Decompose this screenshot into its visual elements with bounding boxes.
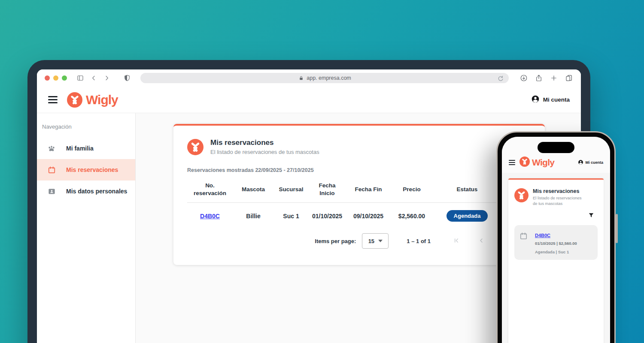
account-icon [578, 159, 583, 166]
sidebar-item-mis-reservaciones[interactable]: Mis reservaciones [37, 159, 135, 181]
reservations-card: Mis reservaciones El listado de reservac… [508, 178, 604, 343]
tabs-icon[interactable] [565, 74, 573, 82]
account-icon [531, 95, 540, 105]
download-icon[interactable] [519, 74, 528, 82]
phone-side-button [616, 214, 618, 243]
column-header: Sucursal [274, 186, 308, 193]
sidebar-panel-icon[interactable] [76, 74, 85, 82]
items-per-page-label: Items per page: [315, 238, 356, 244]
first-page-icon[interactable] [453, 237, 460, 245]
table-header-row: No. reservación Mascota Sucursal Fecha I… [187, 176, 531, 203]
calendar-icon [47, 165, 56, 174]
reservation-details: 01/10/2025 | $2,560.00 [535, 241, 592, 246]
shield-icon[interactable] [123, 74, 131, 82]
reservation-list-item[interactable]: D4B0C 01/10/2025 | $2,560.00 Agendada | … [514, 225, 598, 260]
account-button[interactable]: Mi cuenta [531, 95, 570, 105]
menu-icon[interactable] [509, 160, 515, 165]
address-bar[interactable]: app. empresa.com [140, 73, 509, 83]
cell-fecha-inicio: 01/10/2025 [308, 213, 346, 220]
status-badge: Agendada [447, 210, 488, 222]
wigly-logo-icon [187, 139, 204, 155]
reload-icon[interactable] [496, 74, 505, 83]
menu-icon[interactable] [48, 96, 58, 103]
page-title: Mis reservaciones [533, 188, 582, 194]
column-header: Precio [391, 186, 433, 193]
lock-icon [298, 75, 304, 81]
minimize-window-icon[interactable] [53, 75, 58, 81]
table-row: D4B0C Billie Suc 1 01/10/2025 09/10/2025… [187, 203, 531, 229]
sidebar-item-label: Mi familia [66, 145, 94, 152]
reservation-link[interactable]: D4B0C [535, 233, 550, 238]
pagination: Items per page: 15 1 – 1 of 1 [187, 233, 531, 249]
reservations-card: Mis reservaciones El listado de reservac… [173, 124, 545, 265]
page-range-label: 1 – 1 of 1 [407, 238, 431, 244]
browser-toolbar: app. empresa.com [37, 69, 581, 87]
reservations-table: No. reservación Mascota Sucursal Fecha I… [187, 176, 531, 229]
column-header: Fecha Fin [346, 186, 391, 193]
page-subtitle-line1: El listado de reservaciones [533, 196, 582, 201]
filter-icon [588, 212, 594, 220]
column-header: No. reservación [187, 182, 233, 197]
cell-precio: $2,560.00 [391, 213, 433, 220]
cell-fecha-fin: 09/10/2025 [346, 213, 391, 220]
close-window-icon[interactable] [45, 75, 50, 81]
page-title: Mis reservaciones [210, 138, 319, 147]
page-size-select[interactable]: 15 [362, 233, 389, 249]
reservation-status: Agendada | Suc 1 [535, 250, 592, 254]
account-label: Mi cuenta [585, 160, 603, 165]
date-range-label: Reservaciones mostradas 22/09/2025 - 27/… [187, 167, 531, 173]
dynamic-island [538, 142, 574, 153]
sidebar-item-label: Mis reservaciones [66, 166, 118, 173]
sidebar-item-label: Mis datos personales [66, 188, 127, 195]
column-header: Estatus [433, 186, 501, 193]
sidebar-item-mis-datos-personales[interactable]: Mis datos personales [37, 181, 135, 202]
account-label: Mi cuenta [543, 96, 570, 103]
wigly-logo-icon [514, 188, 529, 202]
reservation-link[interactable]: D4B0C [200, 213, 220, 220]
app-header: Wigly Mi cuenta [37, 87, 581, 113]
new-tab-icon[interactable] [550, 74, 558, 82]
page-background: app. empresa.com [0, 0, 644, 343]
calendar-icon [519, 231, 535, 254]
forward-icon[interactable] [103, 74, 111, 82]
brand-logo[interactable]: Wigly [67, 92, 118, 108]
sidebar-heading: Navegación [42, 123, 135, 130]
back-icon[interactable] [89, 74, 98, 82]
zoom-window-icon[interactable] [62, 75, 67, 81]
phone-main-content: Mis reservaciones El listado de reservac… [502, 173, 610, 343]
traffic-lights [45, 75, 67, 81]
cell-mascota: Billie [233, 213, 274, 220]
page-subtitle-line2: de tus mascotas [533, 201, 582, 207]
column-header: Fecha Inicio [308, 182, 346, 197]
wigly-logo-icon [67, 92, 82, 108]
contact-card-icon [47, 187, 56, 196]
previous-page-icon[interactable] [478, 237, 485, 245]
page-subtitle: El listado de reservaciones de tus masco… [210, 149, 319, 155]
sidebar: Navegación Mi familia Mis reservaciones [37, 113, 136, 343]
account-button[interactable]: Mi cuenta [578, 159, 603, 166]
brand-logo[interactable]: Wigly [519, 156, 554, 168]
page-size-value: 15 [368, 238, 374, 244]
sidebar-item-mi-familia[interactable]: Mi familia [37, 138, 135, 159]
chevron-down-icon [378, 240, 383, 242]
brand-wordmark: Wigly [532, 157, 554, 168]
url-text: app. empresa.com [307, 75, 351, 81]
cell-sucursal: Suc 1 [274, 213, 308, 220]
column-header: Mascota [233, 186, 274, 193]
share-icon[interactable] [535, 74, 543, 82]
paw-icon [47, 144, 56, 153]
filter-button[interactable] [518, 212, 594, 220]
wigly-logo-icon [519, 156, 530, 168]
brand-wordmark: Wigly [86, 93, 118, 107]
phone-mockup: Wigly Mi cuenta Mis reser [496, 131, 616, 343]
